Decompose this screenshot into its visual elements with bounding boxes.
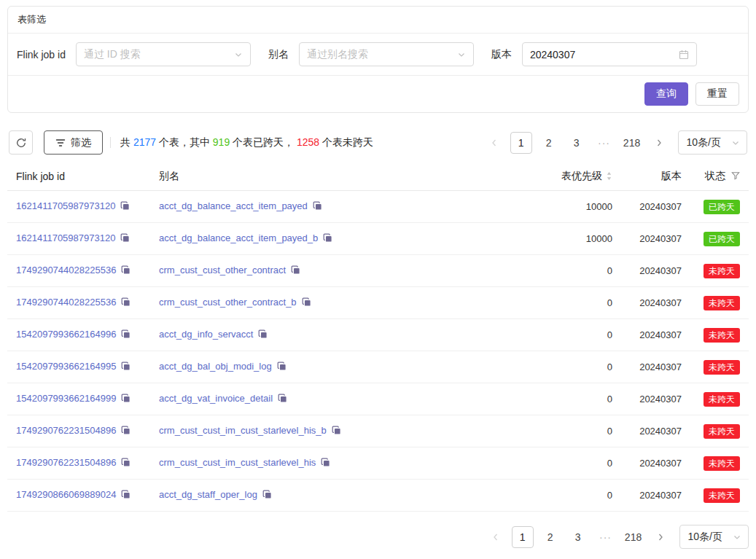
job-id-link[interactable]: 1542097993662164999 bbox=[16, 393, 116, 404]
copy-icon[interactable] bbox=[121, 458, 130, 469]
refresh-button[interactable] bbox=[9, 130, 33, 155]
page-size-select[interactable]: 10条/页 bbox=[678, 130, 747, 155]
copy-icon[interactable] bbox=[120, 201, 130, 213]
copy-icon[interactable] bbox=[121, 265, 130, 277]
copy-icon[interactable] bbox=[332, 426, 341, 437]
pagination-page-3[interactable]: 3 bbox=[567, 526, 589, 548]
pagination-next[interactable] bbox=[649, 132, 669, 154]
flink-job-id-select[interactable]: 通过 ID 搜索 bbox=[76, 42, 251, 66]
priority-cell: 10000 bbox=[526, 191, 621, 223]
search-button[interactable]: 查询 bbox=[644, 82, 688, 106]
summary-suffix: 个表未跨天 bbox=[319, 136, 373, 148]
pagination-page-1[interactable]: 1 bbox=[510, 132, 532, 154]
pagination-page-1[interactable]: 1 bbox=[512, 526, 534, 548]
filter-button[interactable]: 筛选 bbox=[44, 130, 103, 155]
copy-icon[interactable] bbox=[277, 361, 287, 373]
job-id-link[interactable]: 1749290744028225536 bbox=[16, 265, 116, 275]
pagination-bottom: 123···21810条/页 bbox=[7, 525, 749, 549]
job-id-link[interactable]: 1749290762231504896 bbox=[16, 457, 116, 468]
copy-icon[interactable] bbox=[258, 329, 268, 341]
flink-job-id-field: Flink job id 通过 ID 搜索 bbox=[17, 42, 251, 66]
status-badge: 已跨天 bbox=[704, 200, 740, 214]
pagination-page-3[interactable]: 3 bbox=[566, 132, 588, 154]
copy-icon[interactable] bbox=[313, 201, 322, 213]
job-id-cell: 1621411705987973120 bbox=[7, 223, 150, 255]
alias-link[interactable]: crm_cust_cust_im_cust_starlevel_his bbox=[159, 457, 316, 468]
page-size-select[interactable]: 10条/页 bbox=[679, 525, 749, 549]
copy-icon[interactable] bbox=[321, 458, 330, 469]
version-cell: 20240307 bbox=[621, 191, 690, 223]
alias-cell: crm_cust_cust_im_cust_starlevel_his bbox=[150, 447, 526, 480]
copy-icon[interactable] bbox=[302, 297, 311, 309]
chevron-down-icon bbox=[733, 533, 741, 542]
copy-icon[interactable] bbox=[120, 233, 130, 245]
status-cell: 已跨天 bbox=[690, 191, 749, 223]
reset-button[interactable]: 重置 bbox=[695, 82, 739, 106]
job-id-link[interactable]: 1749290744028225536 bbox=[16, 297, 116, 308]
table-row: 1749290744028225536crm_cust_cust_other_c… bbox=[7, 287, 749, 319]
version-cell: 20240307 bbox=[621, 351, 690, 383]
chevron-down-icon bbox=[234, 50, 243, 59]
copy-icon[interactable] bbox=[278, 394, 287, 405]
version-value: 20240307 bbox=[530, 49, 575, 60]
copy-icon[interactable] bbox=[323, 233, 332, 245]
alias-link[interactable]: acct_dg_balance_acct_item_payed_b bbox=[159, 232, 318, 243]
alias-link[interactable]: acct_dg_bal_obj_modi_log bbox=[159, 361, 272, 372]
job-id-link[interactable]: 1749290866069889024 bbox=[16, 489, 116, 500]
pagination-page-218[interactable]: 218 bbox=[623, 526, 644, 548]
status-header-label: 状态 bbox=[705, 170, 725, 181]
pagination-ellipsis[interactable]: ··· bbox=[593, 132, 615, 154]
alias-link[interactable]: acct_dg_staff_oper_log bbox=[159, 489, 257, 500]
alias-link[interactable]: crm_cust_cust_other_contract_b bbox=[159, 297, 297, 308]
sort-icon[interactable] bbox=[606, 171, 612, 183]
filter-row: Flink job id 通过 ID 搜索 别名 通过别名搜索 bbox=[8, 34, 748, 75]
version-label: 版本 bbox=[491, 48, 512, 61]
table-row: 1749290762231504896crm_cust_cust_im_cust… bbox=[7, 415, 749, 447]
alias-select[interactable]: 通过别名搜索 bbox=[299, 42, 474, 66]
job-id-link[interactable]: 1542097993662164996 bbox=[16, 329, 116, 340]
alias-cell: crm_cust_cust_other_contract bbox=[150, 255, 526, 287]
alias-cell: acct_dg_balance_acct_item_payed bbox=[150, 191, 526, 223]
pagination-next[interactable] bbox=[650, 526, 671, 548]
pagination-prev[interactable] bbox=[484, 132, 504, 154]
copy-icon[interactable] bbox=[121, 361, 130, 373]
status-cell: 未跨天 bbox=[690, 351, 749, 383]
filter-lines-icon bbox=[55, 138, 66, 148]
job-id-link[interactable]: 1621411705987973120 bbox=[16, 200, 115, 211]
filter-card: 表筛选 Flink job id 通过 ID 搜索 别名 通过别名搜索 bbox=[7, 6, 749, 113]
table-row: 1749290866069889024acct_dg_staff_oper_lo… bbox=[7, 480, 749, 512]
priority-cell: 0 bbox=[526, 319, 621, 351]
alias-link[interactable]: crm_cust_cust_im_cust_starlevel_his_b bbox=[159, 425, 327, 436]
pagination-page-2[interactable]: 2 bbox=[539, 526, 561, 548]
copy-icon[interactable] bbox=[121, 297, 130, 309]
alias-cell: acct_dg_info_servacct bbox=[150, 319, 526, 351]
pagination-ellipsis[interactable]: ··· bbox=[595, 526, 617, 548]
filter-funnel-icon[interactable] bbox=[731, 171, 740, 182]
summary-mid2: 个表已跨天， bbox=[230, 136, 297, 148]
status-cell: 未跨天 bbox=[690, 480, 749, 512]
copy-icon[interactable] bbox=[121, 490, 130, 501]
pagination-prev[interactable] bbox=[486, 526, 506, 548]
status-badge: 未跨天 bbox=[704, 424, 740, 439]
job-id-cell: 1749290866069889024 bbox=[7, 480, 150, 512]
pagination-page-2[interactable]: 2 bbox=[538, 132, 560, 154]
job-id-link[interactable]: 1621411705987973120 bbox=[16, 232, 115, 243]
copy-icon[interactable] bbox=[121, 426, 130, 437]
copy-icon[interactable] bbox=[262, 490, 272, 501]
copy-icon[interactable] bbox=[121, 329, 130, 341]
pagination-page-218[interactable]: 218 bbox=[621, 132, 643, 154]
job-id-link[interactable]: 1749290762231504896 bbox=[16, 425, 116, 436]
job-id-cell: 1749290762231504896 bbox=[7, 415, 150, 447]
column-header-priority: 表优先级 bbox=[526, 166, 621, 191]
copy-icon[interactable] bbox=[121, 394, 130, 405]
alias-link[interactable]: crm_cust_cust_other_contract bbox=[159, 265, 286, 275]
chevron-down-icon bbox=[457, 50, 466, 59]
version-date-input[interactable]: 20240307 bbox=[522, 42, 697, 66]
pagination-top: 123···21810条/页 bbox=[484, 130, 747, 155]
table-header: Flink job id 别名 表优先级 版本 状态 bbox=[7, 166, 749, 191]
alias-link[interactable]: acct_dg_info_servacct bbox=[159, 329, 253, 340]
job-id-link[interactable]: 1542097993662164995 bbox=[16, 361, 116, 372]
alias-link[interactable]: acct_dg_balance_acct_item_payed bbox=[159, 200, 308, 211]
alias-link[interactable]: acct_dg_vat_invoice_detail bbox=[159, 393, 273, 404]
copy-icon[interactable] bbox=[291, 265, 300, 277]
